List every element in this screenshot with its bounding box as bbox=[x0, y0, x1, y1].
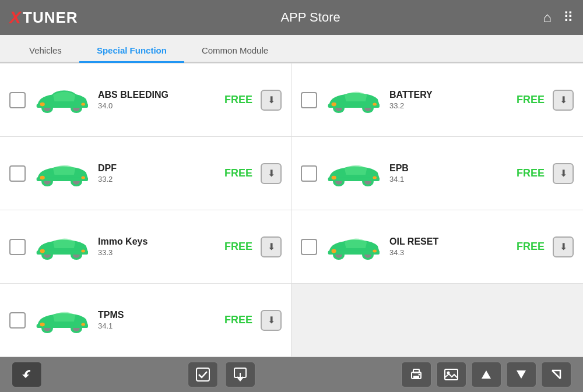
select-all-button[interactable] bbox=[188, 362, 218, 387]
car-icon-epb bbox=[324, 159, 382, 188]
price-oil-reset: FREE bbox=[517, 241, 545, 253]
footer bbox=[0, 357, 583, 392]
tab-common-module[interactable]: Common Module bbox=[184, 40, 286, 63]
price-dpf: FREE bbox=[224, 167, 252, 179]
print-icon bbox=[409, 367, 424, 382]
back-button[interactable] bbox=[12, 362, 42, 387]
checkbox-tpms[interactable] bbox=[9, 312, 26, 329]
down-icon bbox=[515, 369, 527, 380]
app-info-battery: BATTERY 33.2 bbox=[389, 90, 510, 110]
checkbox-oil-reset[interactable] bbox=[301, 239, 317, 255]
svg-point-20 bbox=[81, 176, 85, 179]
app-info-epb: EPB 34.1 bbox=[389, 163, 510, 183]
right-section-abs-bleeding: FREE ⬇ bbox=[224, 90, 282, 111]
price-battery: FREE bbox=[517, 94, 545, 106]
svg-point-33 bbox=[40, 249, 45, 253]
right-section-tpms: FREE ⬇ bbox=[224, 310, 282, 331]
list-item: OIL RESET 34.3 FREE ⬇ bbox=[292, 210, 583, 284]
svg-rect-54 bbox=[413, 376, 419, 379]
svg-point-41 bbox=[373, 249, 377, 252]
svg-rect-49 bbox=[196, 368, 209, 381]
right-section-battery: FREE ⬇ bbox=[517, 90, 574, 111]
price-immo-keys: FREE bbox=[224, 241, 252, 253]
svg-line-60 bbox=[552, 370, 560, 379]
app-name-abs-bleeding: ABS BLEEDING bbox=[98, 90, 217, 100]
download-btn-dpf[interactable]: ⬇ bbox=[261, 163, 282, 184]
grid-icon[interactable]: ⠿ bbox=[563, 9, 574, 26]
list-item: Immo Keys 33.3 FREE ⬇ bbox=[0, 210, 292, 284]
download-btn-tpms[interactable]: ⬇ bbox=[261, 310, 282, 331]
svg-marker-58 bbox=[482, 370, 491, 379]
list-item: DPF 33.2 FREE ⬇ bbox=[0, 137, 292, 210]
download-btn-oil-reset[interactable]: ⬇ bbox=[553, 236, 574, 257]
svg-point-48 bbox=[81, 323, 85, 326]
down-button[interactable] bbox=[506, 362, 536, 387]
app-version-battery: 33.2 bbox=[389, 101, 510, 110]
download-btn-immo-keys[interactable]: ⬇ bbox=[261, 236, 282, 257]
back-icon bbox=[19, 366, 35, 383]
car-icon-tpms bbox=[33, 306, 91, 335]
svg-point-5 bbox=[40, 102, 45, 106]
list-item: BATTERY 33.2 FREE ⬇ bbox=[292, 63, 583, 137]
checkbox-battery[interactable] bbox=[301, 92, 317, 108]
app-info-dpf: DPF 33.2 bbox=[98, 163, 217, 183]
footer-right bbox=[401, 362, 571, 387]
tabs: Vehicles Special Function Common Module bbox=[0, 35, 583, 63]
up-button[interactable] bbox=[471, 362, 501, 387]
svg-point-12 bbox=[332, 102, 336, 106]
check-icon bbox=[195, 367, 210, 382]
svg-point-26 bbox=[332, 175, 336, 179]
app-info-oil-reset: OIL RESET 34.3 bbox=[389, 236, 510, 257]
app-version-tpms: 34.1 bbox=[98, 322, 217, 330]
svg-point-13 bbox=[373, 103, 377, 105]
app-name-epb: EPB bbox=[389, 163, 510, 174]
tab-special-function[interactable]: Special Function bbox=[79, 40, 184, 63]
logo: X TUNER bbox=[9, 8, 78, 27]
image-icon bbox=[444, 367, 459, 382]
download-all-button[interactable] bbox=[225, 362, 255, 387]
price-tpms: FREE bbox=[224, 314, 252, 326]
app-version-immo-keys: 33.3 bbox=[98, 248, 217, 257]
svg-point-34 bbox=[81, 249, 85, 252]
image-button[interactable] bbox=[436, 362, 466, 387]
download-btn-battery[interactable]: ⬇ bbox=[553, 90, 574, 111]
header-icons: ⌂ ⠿ bbox=[543, 9, 574, 26]
app-version-abs-bleeding: 34.0 bbox=[98, 101, 217, 110]
svg-marker-59 bbox=[517, 370, 526, 379]
empty-cell bbox=[292, 284, 583, 357]
app-version-oil-reset: 34.3 bbox=[389, 248, 510, 257]
list-item: ABS BLEEDING 34.0 FREE ⬇ bbox=[0, 63, 292, 137]
checkbox-abs-bleeding[interactable] bbox=[9, 92, 26, 108]
tab-vehicles[interactable]: Vehicles bbox=[12, 40, 79, 63]
list-item: TPMS 34.1 FREE ⬇ bbox=[0, 284, 292, 357]
content-grid: ABS BLEEDING 34.0 FREE ⬇ BATTERY bbox=[0, 63, 583, 357]
app-info-tpms: TPMS 34.1 bbox=[98, 310, 217, 330]
svg-point-55 bbox=[419, 374, 420, 376]
app-version-dpf: 33.2 bbox=[98, 175, 217, 183]
header: X TUNER APP Store ⌂ ⠿ bbox=[0, 0, 583, 35]
download-btn-abs-bleeding[interactable]: ⬇ bbox=[261, 90, 282, 111]
checkbox-immo-keys[interactable] bbox=[9, 239, 26, 255]
svg-point-40 bbox=[332, 249, 336, 253]
select-button[interactable] bbox=[541, 362, 571, 387]
checkbox-dpf[interactable] bbox=[9, 165, 26, 182]
home-icon[interactable]: ⌂ bbox=[543, 9, 552, 26]
header-title: APP Store bbox=[280, 10, 340, 25]
car-icon-oil-reset bbox=[324, 232, 382, 262]
app-name-dpf: DPF bbox=[98, 163, 217, 174]
car-icon-abs-bleeding bbox=[33, 86, 91, 115]
price-epb: FREE bbox=[517, 167, 545, 179]
right-section-immo-keys: FREE ⬇ bbox=[224, 236, 282, 257]
checkbox-epb[interactable] bbox=[301, 165, 317, 182]
footer-left bbox=[12, 362, 42, 387]
app-name-oil-reset: OIL RESET bbox=[389, 236, 510, 247]
logo-text: TUNER bbox=[23, 9, 78, 27]
right-section-dpf: FREE ⬇ bbox=[224, 163, 282, 184]
right-section-epb: FREE ⬇ bbox=[517, 163, 574, 184]
print-button[interactable] bbox=[401, 362, 431, 387]
download-btn-epb[interactable]: ⬇ bbox=[553, 163, 574, 184]
up-icon bbox=[480, 369, 492, 380]
svg-point-6 bbox=[81, 103, 85, 105]
car-icon-dpf bbox=[33, 159, 91, 188]
app-name-battery: BATTERY bbox=[389, 90, 510, 100]
